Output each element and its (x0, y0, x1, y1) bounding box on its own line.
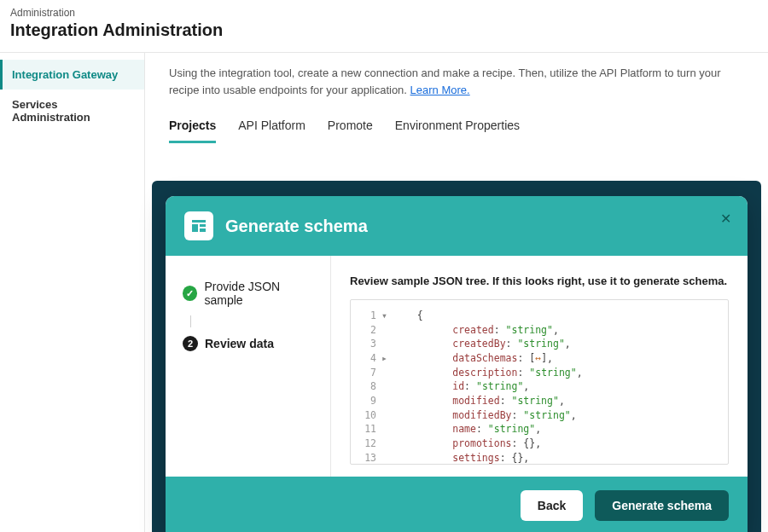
fold-gutter (381, 437, 393, 451)
fold-gutter (381, 408, 393, 423)
line-number: 4 (359, 351, 381, 366)
modal-footer: Back Generate schema (166, 477, 748, 532)
code-line: 11 name: "string", (359, 422, 719, 437)
check-icon: ✓ (183, 286, 197, 301)
code-content: created: "string", (393, 323, 559, 338)
modal-title: Generate schema (225, 217, 368, 236)
close-icon[interactable]: ✕ (715, 208, 736, 228)
back-button[interactable]: Back (521, 490, 583, 521)
step-label: Review data (205, 337, 274, 350)
fold-toggle-icon[interactable]: ▾ (381, 309, 393, 323)
code-content: id: "string", (393, 379, 529, 394)
line-number: 10 (359, 408, 381, 423)
code-line: 7 description: "string", (359, 366, 719, 380)
sidebar-item-integration-gateway[interactable]: Integration Gateway (0, 60, 144, 90)
line-number: 12 (359, 437, 381, 451)
tab-api-platform[interactable]: API Platform (238, 113, 305, 143)
tab-projects[interactable]: Projects (169, 113, 216, 143)
line-number: 11 (359, 422, 381, 437)
page-header: Administration Integration Administratio… (0, 0, 768, 52)
code-line: 2 created: "string", (359, 323, 719, 338)
fold-gutter (381, 337, 393, 351)
code-content: modified: "string", (393, 394, 565, 408)
modal-header: Generate schema ✕ (166, 196, 748, 256)
line-number: 1 (359, 309, 381, 323)
line-number: 8 (359, 379, 381, 394)
schema-icon (184, 211, 213, 240)
code-line: 1▾ { (359, 309, 719, 323)
code-content: promotions: {}, (393, 437, 541, 451)
code-line: 8 id: "string", (359, 379, 719, 394)
sidebar-item-services-administration[interactable]: Services Administration (0, 90, 144, 132)
line-number: 13 (359, 451, 381, 465)
code-content: description: "string", (393, 366, 583, 380)
review-pane: Review sample JSON tree. If this looks r… (331, 256, 748, 477)
wizard-steps: ✓Provide JSON sample2Review data (166, 256, 331, 477)
sidebar: Integration GatewayServices Administrati… (0, 53, 145, 532)
code-content: createdBy: "string", (393, 337, 571, 351)
svg-rect-2 (200, 224, 206, 227)
svg-rect-1 (192, 224, 198, 232)
generate-schema-button[interactable]: Generate schema (595, 490, 729, 521)
code-content: modifiedBy: "string", (393, 408, 577, 423)
review-heading: Review sample JSON tree. If this looks r… (350, 275, 729, 287)
code-content: settings: {}, (393, 451, 529, 465)
learn-more-link[interactable]: Learn More. (410, 84, 470, 96)
code-line: 4▸ dataSchemas: [↔], (359, 351, 719, 366)
code-line: 13 settings: {}, (359, 451, 719, 465)
page-title: Integration Administration (10, 20, 758, 40)
intro-text: Using the integration tool, create a new… (169, 65, 744, 98)
fold-gutter (381, 394, 393, 408)
wizard-step[interactable]: ✓Provide JSON sample (183, 280, 318, 307)
step-connector (190, 315, 191, 327)
code-line: 12 promotions: {}, (359, 437, 719, 451)
json-tree-viewer[interactable]: 1▾ {2 created: "string",3 createdBy: "st… (350, 299, 729, 465)
tab-environment-properties[interactable]: Environment Properties (395, 113, 520, 143)
step-number-icon: 2 (183, 336, 198, 351)
fold-gutter (381, 379, 393, 394)
code-content: name: "string", (393, 422, 541, 437)
svg-rect-3 (200, 228, 206, 232)
content-tabs: ProjectsAPI PlatformPromoteEnvironment P… (169, 113, 744, 143)
breadcrumb: Administration (10, 7, 758, 19)
fold-gutter (381, 366, 393, 380)
line-number: 2 (359, 323, 381, 338)
code-content: { (393, 309, 423, 323)
fold-gutter (381, 323, 393, 338)
line-number: 7 (359, 366, 381, 380)
code-content: dataSchemas: [↔], (393, 351, 553, 366)
code-line: 9 modified: "string", (359, 394, 719, 408)
fold-toggle-icon[interactable]: ▸ (381, 351, 393, 366)
generate-schema-modal: Generate schema ✕ ✓Provide JSON sample2R… (166, 196, 748, 532)
wizard-step[interactable]: 2Review data (183, 336, 318, 351)
line-number: 9 (359, 394, 381, 408)
line-number: 3 (359, 337, 381, 351)
step-label: Provide JSON sample (204, 280, 318, 307)
svg-rect-0 (192, 220, 206, 223)
fold-gutter (381, 451, 393, 465)
main-content: Using the integration tool, create a new… (145, 53, 768, 532)
code-line: 3 createdBy: "string", (359, 337, 719, 351)
fold-gutter (381, 422, 393, 437)
tab-promote[interactable]: Promote (328, 113, 373, 143)
code-line: 10 modifiedBy: "string", (359, 408, 719, 423)
